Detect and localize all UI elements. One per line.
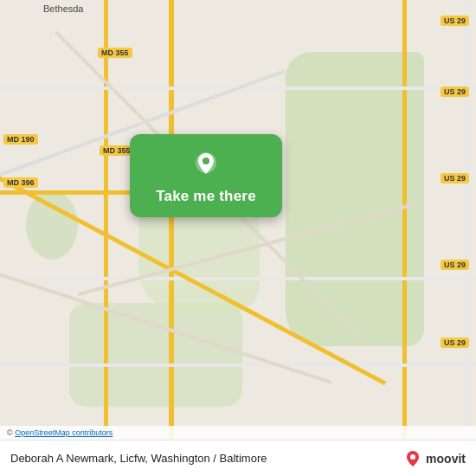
- road-label-us29-mid2: US 29: [441, 173, 469, 183]
- road-label-us29-mid3: US 29: [441, 260, 469, 270]
- moovit-pin-icon: [403, 449, 422, 468]
- take-me-button-container: Take me there: [130, 134, 282, 217]
- road-label-md355-top: MD 355: [98, 48, 132, 58]
- road-vertical-2: [169, 0, 174, 476]
- road-label-md190: MD 190: [3, 134, 38, 145]
- road-label-md355-mid: MD 355: [100, 145, 134, 156]
- take-me-there-button[interactable]: Take me there: [130, 134, 282, 217]
- road-vertical-3: [402, 0, 407, 476]
- road-label-us29-top: US 29: [441, 16, 469, 26]
- osm-link[interactable]: OpenStreetMap contributors: [15, 428, 113, 437]
- map-container: Bethesda MD 355 US 29 MD 190 MD 396 MD 3…: [0, 0, 476, 476]
- svg-point-2: [410, 454, 415, 460]
- bottom-bar: Deborah A Newmark, Licfw, Washington / B…: [0, 440, 476, 476]
- park-area-left: [26, 190, 78, 260]
- park-area-bottom: [69, 303, 242, 407]
- road-label-md396: MD 396: [3, 177, 38, 188]
- moovit-wordmark: moovit: [426, 452, 466, 466]
- location-name: Deborah A Newmark, Licfw, Washington / B…: [10, 452, 403, 465]
- city-label-bethesda: Bethesda: [43, 3, 83, 14]
- attribution-bar: © OpenStreetMap contributors: [0, 426, 476, 440]
- take-me-there-label: Take me there: [156, 188, 256, 205]
- svg-point-1: [203, 158, 209, 164]
- road-label-us29-bot: US 29: [441, 338, 469, 348]
- moovit-logo: moovit: [403, 449, 466, 468]
- road-vertical-4: [464, 0, 467, 476]
- road-horizontal-3: [0, 277, 476, 280]
- road-horizontal-4: [0, 363, 476, 367]
- road-label-us29-mid1: US 29: [441, 87, 469, 97]
- location-pin-icon: [190, 150, 222, 181]
- attribution-text: © OpenStreetMap contributors: [7, 428, 113, 437]
